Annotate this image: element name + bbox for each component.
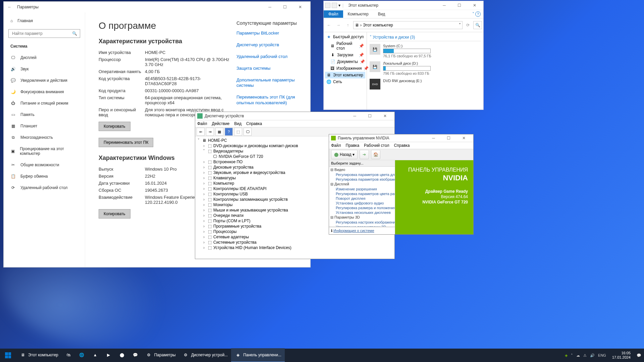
nav-item[interactable]: 📋Буфер обмена	[4, 171, 85, 182]
tb-scan[interactable]: ⬚	[234, 128, 242, 136]
close-button[interactable]: ✕	[292, 2, 308, 12]
minimize-button[interactable]: ─	[262, 2, 277, 12]
drive-dvd[interactable]: DVD DVD RW дисковод (E:)	[370, 79, 481, 89]
device-category[interactable]: ›⬚Устройства HID (Human Interface Device…	[197, 245, 393, 250]
volume-icon[interactable]: 🔊	[590, 353, 595, 358]
ribbon-collapse[interactable]: ˅ ?	[472, 11, 483, 17]
menu-action[interactable]: Действие	[212, 121, 230, 126]
nv-home-button[interactable]: 🏠	[371, 150, 380, 159]
path-dropdown[interactable]: ˅	[459, 23, 461, 27]
nv-task-item[interactable]: Регулировка настроек изображения	[330, 220, 394, 225]
back-button[interactable]: ←	[6, 5, 13, 9]
tb-help[interactable]: ?	[225, 128, 233, 136]
taskbar-item[interactable]: 🌐	[75, 348, 89, 362]
nv-task-item[interactable]: Управление параметрами 3D	[330, 225, 394, 227]
related-link[interactable]: Удаленный рабочий стол	[236, 54, 297, 60]
device-category[interactable]: ›⬚Сетевые адаптеры	[197, 234, 393, 240]
lang-indicator[interactable]: ENG	[598, 353, 606, 357]
tree-item[interactable]: 🖥Рабочий стол📌	[325, 40, 365, 52]
related-link[interactable]: Переименовать этот ПК (для опытных польз…	[236, 95, 297, 106]
nav-search[interactable]: 🔍	[8, 29, 80, 38]
nav-item[interactable]: 🌙Фокусировка внимания	[4, 86, 85, 98]
menu-file[interactable]: Файл	[197, 121, 207, 126]
start-button[interactable]	[0, 349, 16, 362]
nv-task-item[interactable]: Изменение разрешения	[330, 187, 394, 191]
nav-item[interactable]: 🖵Дисплей	[4, 52, 85, 63]
nv-task-item[interactable]: Регулировка параметров цвета рабо	[330, 191, 394, 196]
nav-item[interactable]: ⏻Питание и спящий режим	[4, 98, 85, 109]
nav-item[interactable]: 🔊Звук	[4, 63, 85, 75]
tree-item[interactable]: ⬇Загрузки📌	[325, 52, 365, 58]
maximize-button[interactable]: ☐	[452, 0, 467, 11]
maximize-button[interactable]: ☐	[362, 111, 377, 121]
qat-dropdown[interactable]: ▾	[338, 3, 340, 8]
nv-cat-display[interactable]: ⊟ Дисплей	[330, 182, 394, 187]
nav-fwd[interactable]: →	[334, 23, 342, 27]
tray-chevron[interactable]: ˄	[571, 353, 573, 358]
menu-view[interactable]: Вид	[234, 121, 241, 126]
tree-quick-access[interactable]: ★Быстрый доступ	[325, 34, 365, 40]
nav-item[interactable]: ▣Проецирование на этот компьютер	[4, 143, 85, 159]
notifications-icon[interactable]: 💬	[637, 353, 641, 358]
nv-cat-3d[interactable]: ⊟ Параметры 3D	[330, 215, 394, 220]
drive-item[interactable]: 💾System (C:)76,1 ГБ свободно из 97,5 ГБ	[370, 44, 481, 58]
taskbar-item[interactable]: ◈Панель управлени...	[231, 348, 285, 362]
related-link[interactable]: Параметры BitLocker	[236, 31, 297, 36]
menu-desktop[interactable]: Рабочий стол	[364, 143, 389, 148]
related-link[interactable]: Дополнительные параметры системы	[236, 77, 297, 89]
tree-network[interactable]: 🌐Сеть	[325, 78, 365, 85]
nv-fwd-button[interactable]: ➔	[360, 150, 369, 159]
tree-this-pc[interactable]: 🖥Этот компьютер	[325, 72, 365, 78]
taskbar-item[interactable]: 🛍	[62, 348, 75, 362]
nav-item[interactable]: ▦Планшет	[4, 120, 85, 132]
nav-item[interactable]: ✂Общие возможности	[4, 159, 85, 171]
search-box[interactable]: 🔍	[473, 21, 482, 29]
system-info-link[interactable]: Информация о системе	[333, 229, 374, 233]
copy-button[interactable]: Копировать	[99, 122, 130, 131]
minimize-button[interactable]: ─	[347, 111, 362, 121]
onedrive-icon[interactable]: ☁	[576, 353, 580, 358]
taskbar-item[interactable]: ⬤	[115, 348, 129, 362]
nv-task-item[interactable]: Поворот дисплея	[330, 196, 394, 201]
minimize-button[interactable]: ─	[437, 0, 452, 11]
taskbar-item[interactable]: ▲	[89, 348, 102, 362]
qat-icon[interactable]	[332, 3, 337, 8]
tab-view[interactable]: Вид	[373, 10, 390, 18]
taskbar-item[interactable]: ⚙Параметры	[142, 348, 179, 362]
tree-item[interactable]: 📄Документы📌	[325, 58, 365, 65]
address-bar[interactable]: 🖥 › Этот компьютер ˅	[353, 21, 463, 29]
nv-back-button[interactable]: ⬤Назад▾	[331, 150, 358, 159]
menu-edit[interactable]: Правка	[346, 143, 360, 148]
qat-icon[interactable]	[325, 3, 330, 8]
tb-back[interactable]: ⇐	[197, 128, 205, 136]
tb-refresh[interactable]: 🖵	[244, 128, 252, 136]
nav-item[interactable]: ⟳Удаленный рабочий стол	[4, 182, 85, 193]
tab-computer[interactable]: Компьютер	[343, 10, 373, 18]
tree-item[interactable]: 🖼Изображения📌	[325, 65, 365, 72]
related-link[interactable]: Диспетчер устройств	[236, 42, 297, 48]
nav-up[interactable]: ↑	[344, 23, 352, 27]
clock[interactable]: 16:05 17.01.2024	[609, 351, 633, 360]
copy-button-2[interactable]: Копировать	[99, 209, 130, 219]
search-input[interactable]	[11, 31, 72, 36]
taskbar-item[interactable]: 🖥Этот компьютер	[16, 348, 62, 362]
close-button[interactable]: ✕	[377, 111, 392, 121]
taskbar-item[interactable]: 💬	[129, 348, 142, 362]
tb-fwd[interactable]: ⇒	[206, 128, 214, 136]
drive-item[interactable]: 💾Локальный диск (D:)796 ГБ свободно из 8…	[370, 61, 481, 75]
nav-item[interactable]: ▭Память	[4, 109, 85, 120]
menu-file[interactable]: Файл	[331, 143, 341, 148]
nav-home[interactable]: ⌂ Главная	[4, 15, 85, 26]
nv-task-item[interactable]: Регулировка размера и положения ра	[330, 205, 394, 210]
menu-help[interactable]: Справка	[246, 121, 262, 126]
nav-item[interactable]: 💬Уведомления и действия	[4, 75, 85, 86]
nv-task-item[interactable]: Установка нескольких дисплеев	[330, 210, 394, 215]
menu-help[interactable]: Справка	[394, 143, 410, 148]
nv-task-item[interactable]: Регулировка параметров изображен	[330, 177, 394, 182]
network-icon[interactable]: ⚠	[583, 353, 587, 358]
tb-prop[interactable]: ▦	[215, 128, 223, 136]
nv-task-item[interactable]: Регулировка параметров цвета для в	[330, 172, 394, 177]
section-devices[interactable]: ˅ Устройства и диски (3)	[370, 35, 481, 41]
taskbar-item[interactable]: ⚙Диспетчер устрой...	[179, 348, 231, 362]
maximize-button[interactable]: ☐	[277, 2, 292, 12]
